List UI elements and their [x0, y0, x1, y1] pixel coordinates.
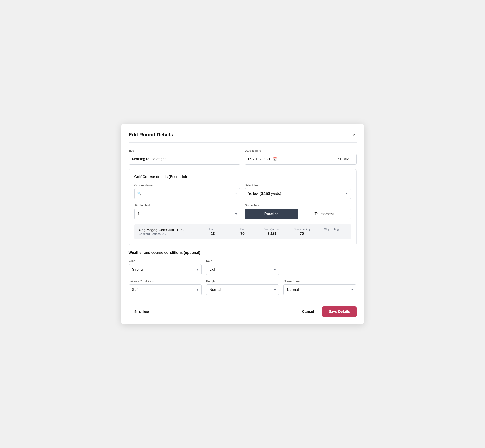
- date-time-field: 05 / 12 / 2021 📅 7:31 AM: [245, 154, 356, 165]
- rain-wrap: NoneLightModerateHeavy ▾: [206, 264, 279, 275]
- game-type-group: Game Type Practice Tournament: [245, 204, 351, 219]
- select-tee-dropdown[interactable]: Yellow (6,156 yards) White Red Blue: [245, 188, 351, 199]
- fairway-group: Fairway Conditions DryNormalSoftWet ▾: [129, 280, 202, 295]
- yards-value: 6,156: [257, 232, 287, 236]
- yards-label: Yards(Yellow): [257, 228, 287, 231]
- par-value: 70: [228, 232, 257, 236]
- practice-button[interactable]: Practice: [245, 209, 298, 219]
- course-name-display: Gog Magog Golf Club - Old,: [139, 228, 198, 232]
- delete-label: Delete: [139, 310, 149, 313]
- clear-icon[interactable]: ✕: [234, 192, 237, 196]
- golf-course-section: Golf Course details (Essential) Course N…: [129, 169, 356, 245]
- green-speed-dropdown[interactable]: SlowNormalFastVery Fast: [283, 284, 356, 295]
- par-label: Par: [228, 228, 257, 231]
- rain-dropdown[interactable]: NoneLightModerateHeavy: [206, 264, 279, 275]
- calendar-icon: 📅: [272, 157, 277, 162]
- save-button[interactable]: Save Details: [322, 306, 356, 317]
- wind-dropdown[interactable]: CalmLightModerate StrongVery Strong: [129, 264, 202, 275]
- course-info-box: Gog Magog Golf Club - Old, Shelford Bott…: [134, 224, 351, 240]
- course-tee-row: Course Name 🔍 Gog Magog Golf Club - Old …: [134, 184, 351, 199]
- title-label: Title: [129, 149, 241, 152]
- slope-rating-label: Slope rating: [316, 228, 346, 231]
- rough-dropdown[interactable]: DryNormalSoftWet: [206, 284, 279, 295]
- course-info-name: Gog Magog Golf Club - Old, Shelford Bott…: [139, 228, 198, 236]
- course-name-group: Course Name 🔍 Gog Magog Golf Club - Old …: [134, 184, 241, 199]
- hole-gametype-row: Starting Hole 1234 5678 910 ▾ Game Type …: [134, 204, 351, 219]
- weather-section-title: Weather and course conditions (optional): [129, 251, 356, 255]
- rough-group: Rough DryNormalSoftWet ▾: [206, 280, 279, 295]
- date-part[interactable]: 05 / 12 / 2021 📅: [245, 154, 329, 164]
- datetime-group: Date & Time 05 / 12 / 2021 📅 7:31 AM: [245, 149, 356, 165]
- fairway-wrap: DryNormalSoftWet ▾: [129, 284, 202, 295]
- green-speed-group: Green Speed SlowNormalFastVery Fast ▾: [283, 280, 356, 295]
- course-name-input[interactable]: Gog Magog Golf Club - Old: [134, 188, 241, 199]
- fairway-label: Fairway Conditions: [129, 280, 202, 283]
- starting-hole-wrap: 1234 5678 910 ▾: [134, 208, 241, 219]
- weather-section: Weather and course conditions (optional)…: [129, 251, 356, 295]
- golf-course-section-title: Golf Course details (Essential): [134, 175, 351, 179]
- trash-icon: 🗑: [134, 310, 137, 313]
- cancel-button[interactable]: Cancel: [299, 307, 318, 316]
- course-rating-value: 70: [287, 232, 316, 236]
- slope-rating-value: -: [316, 232, 346, 236]
- green-speed-wrap: SlowNormalFastVery Fast ▾: [283, 284, 356, 295]
- tournament-button[interactable]: Tournament: [298, 209, 351, 219]
- search-icon: 🔍: [137, 192, 142, 196]
- modal-footer: 🗑 Delete Cancel Save Details: [129, 302, 356, 317]
- modal-title: Edit Round Details: [129, 132, 173, 138]
- wind-label: Wind: [129, 259, 202, 263]
- rain-label: Rain: [206, 259, 279, 263]
- holes-value: 18: [198, 232, 228, 236]
- course-name-label: Course Name: [134, 184, 241, 187]
- title-group: Title Morning round of golf: [129, 149, 241, 165]
- game-type-toggle: Practice Tournament: [245, 208, 351, 219]
- holes-label: Holes: [198, 228, 228, 231]
- time-part[interactable]: 7:31 AM: [329, 154, 356, 164]
- select-tee-wrap: Yellow (6,156 yards) White Red Blue ▾: [245, 188, 351, 199]
- slope-rating-stat: Slope rating -: [316, 228, 346, 236]
- date-value: 05 / 12 / 2021: [248, 157, 270, 161]
- select-tee-label: Select Tee: [245, 184, 351, 187]
- yards-stat: Yards(Yellow) 6,156: [257, 228, 287, 236]
- green-speed-label: Green Speed: [283, 280, 356, 283]
- modal-header: Edit Round Details ×: [129, 131, 356, 143]
- starting-hole-dropdown[interactable]: 1234 5678 910: [134, 208, 241, 219]
- rain-group: Rain NoneLightModerateHeavy ▾: [206, 259, 279, 275]
- course-rating-label: Course rating: [287, 228, 316, 231]
- rough-label: Rough: [206, 280, 279, 283]
- course-search-wrap: 🔍 Gog Magog Golf Club - Old ✕: [134, 188, 241, 199]
- conditions-row: Fairway Conditions DryNormalSoftWet ▾ Ro…: [129, 280, 356, 295]
- wind-wrap: CalmLightModerate StrongVery Strong ▾: [129, 264, 202, 275]
- datetime-label: Date & Time: [245, 149, 356, 152]
- title-datetime-row: Title Morning round of golf Date & Time …: [129, 149, 356, 165]
- fairway-dropdown[interactable]: DryNormalSoftWet: [129, 284, 202, 295]
- title-input[interactable]: Morning round of golf: [129, 154, 241, 165]
- rough-wrap: DryNormalSoftWet ▾: [206, 284, 279, 295]
- wind-group: Wind CalmLightModerate StrongVery Strong…: [129, 259, 202, 275]
- starting-hole-group: Starting Hole 1234 5678 910 ▾: [134, 204, 241, 219]
- wind-rain-row: Wind CalmLightModerate StrongVery Strong…: [129, 259, 356, 275]
- course-location: Shelford Bottom, UK: [139, 232, 198, 236]
- course-rating-stat: Course rating 70: [287, 228, 316, 236]
- delete-button[interactable]: 🗑 Delete: [129, 307, 154, 316]
- edit-round-modal: Edit Round Details × Title Morning round…: [121, 124, 364, 324]
- time-value: 7:31 AM: [336, 157, 349, 161]
- close-button[interactable]: ×: [352, 131, 356, 138]
- holes-stat: Holes 18: [198, 228, 228, 236]
- select-tee-group: Select Tee Yellow (6,156 yards) White Re…: [245, 184, 351, 199]
- game-type-label: Game Type: [245, 204, 351, 207]
- par-stat: Par 70: [228, 228, 257, 236]
- starting-hole-label: Starting Hole: [134, 204, 241, 207]
- footer-actions: Cancel Save Details: [299, 306, 356, 317]
